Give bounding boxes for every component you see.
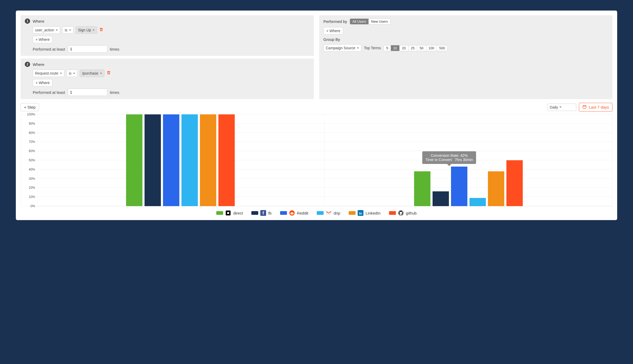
top-terms-500[interactable]: 500 [437, 45, 447, 51]
top-terms-50[interactable]: 50 [417, 45, 426, 51]
performed-count-input[interactable] [68, 45, 107, 53]
bar-Reddit[interactable] [163, 114, 179, 206]
add-where-button[interactable]: + Where [323, 27, 343, 35]
facebook-icon: f [260, 210, 266, 216]
svg-text:in: in [359, 211, 362, 215]
y-tick: 90% [29, 122, 35, 125]
bar-fb[interactable] [145, 114, 161, 206]
svg-text:f: f [262, 211, 264, 215]
add-step-button[interactable]: + Step [21, 103, 39, 111]
direct-icon [225, 210, 231, 216]
bar-drip[interactable] [181, 114, 198, 206]
field-dropdown[interactable]: user_action [33, 26, 60, 34]
trash-icon[interactable] [107, 71, 111, 76]
chevron-down-icon [559, 106, 562, 108]
legend-label: direct [233, 211, 243, 215]
performed-count-input[interactable] [68, 89, 107, 96]
chart-legend: directffbRedditdripinLinkedIngithub [21, 206, 612, 217]
group-by-dropdown[interactable]: Campaign Source [323, 44, 361, 52]
filters-row: 1 Where user_action is Sign Up + Where P… [21, 15, 612, 99]
segment-new-users[interactable]: New Users [369, 19, 390, 24]
calendar-icon [582, 105, 587, 110]
bar-drip[interactable] [469, 198, 486, 206]
group-by-label: Group By [323, 37, 340, 42]
top-terms-10[interactable]: 10 [391, 45, 400, 51]
top-terms-20[interactable]: 20 [400, 45, 408, 51]
performed-suffix: times [110, 47, 119, 51]
bar-LinkedIn[interactable] [200, 114, 216, 206]
step-number-1: 1 [25, 18, 30, 24]
segment-all-users[interactable]: All Users [350, 19, 369, 24]
trash-icon[interactable] [99, 27, 103, 33]
linkedin-icon: in [358, 210, 363, 216]
step-block-2: 2 Where Request.route is /purchase + Whe… [21, 59, 314, 99]
legend-swatch [317, 211, 324, 215]
bar-direct[interactable] [126, 114, 142, 206]
reddit-icon [289, 210, 295, 216]
top-terms-100[interactable]: 100 [426, 45, 437, 51]
chart-toolbar: + Step Daily Last 7 days [21, 103, 612, 111]
chevron-down-icon [60, 73, 62, 74]
github-icon [398, 210, 404, 216]
step-bars-2: Conversion Rate: 42%Time to Convert: 7hr… [324, 114, 612, 206]
chevron-down-icon [93, 30, 95, 31]
operator-dropdown[interactable]: is [66, 70, 78, 77]
svg-point-7 [291, 213, 291, 213]
performed-prefix: Performed at least [33, 90, 65, 95]
legend-swatch [216, 211, 223, 215]
y-tick: 60% [29, 149, 35, 153]
chevron-down-icon [69, 30, 71, 31]
chart-tooltip: Conversion Rate: 42%Time to Convert: 7hr… [422, 151, 476, 164]
date-range-button[interactable]: Last 7 days [579, 103, 612, 111]
groupby-block: Performed by All Users New Users + Where… [319, 15, 612, 99]
step-bars-1 [37, 114, 324, 206]
value-dropdown[interactable]: Sign Up [76, 26, 97, 34]
legend-fb[interactable]: ffb [251, 210, 272, 216]
top-terms-label: Top Terms [364, 46, 381, 50]
y-tick: 50% [29, 158, 35, 162]
where-label: Where [33, 62, 44, 67]
legend-drip[interactable]: drip [317, 210, 340, 216]
bar-github[interactable] [506, 160, 523, 206]
y-tick: 20% [29, 186, 35, 190]
top-terms-5[interactable]: 5 [384, 45, 391, 51]
legend-direct[interactable]: direct [216, 210, 243, 216]
gmail-icon [326, 210, 332, 216]
performed-suffix: times [110, 90, 119, 95]
add-where-button[interactable]: + Where [33, 36, 52, 43]
add-where-button[interactable]: + Where [33, 79, 52, 86]
legend-Reddit[interactable]: Reddit [280, 210, 308, 216]
operator-dropdown[interactable]: is [62, 26, 73, 34]
y-tick: 0% [31, 204, 35, 208]
legend-LinkedIn[interactable]: inLinkedIn [349, 210, 381, 216]
y-tick: 100% [27, 113, 35, 116]
analytics-card: 1 Where user_action is Sign Up + Where P… [16, 11, 617, 220]
legend-swatch [389, 211, 396, 215]
step-number-2: 2 [25, 62, 30, 67]
legend-label: fb [268, 211, 272, 215]
user-segment-group: All Users New Users [350, 18, 391, 25]
interval-dropdown[interactable]: Daily [547, 104, 576, 111]
performed-by-label: Performed by [323, 19, 347, 24]
funnel-chart: 0%10%20%30%40%50%60%70%80%90%100% Conver… [21, 114, 612, 206]
chevron-down-icon [100, 73, 102, 74]
top-terms-25[interactable]: 25 [409, 45, 417, 51]
step-block-1: 1 Where user_action is Sign Up + Where P… [21, 15, 314, 56]
field-dropdown[interactable]: Request.route [33, 70, 64, 77]
y-tick: 80% [29, 131, 35, 135]
legend-swatch [349, 211, 356, 215]
legend-label: github [406, 211, 417, 215]
svg-rect-2 [227, 212, 229, 214]
legend-swatch [251, 211, 258, 215]
bar-direct[interactable] [414, 171, 430, 206]
bar-LinkedIn[interactable] [488, 171, 504, 206]
bar-fb[interactable] [433, 191, 449, 206]
chevron-down-icon [73, 73, 75, 74]
y-axis: 0%10%20%30%40%50%60%70%80%90%100% [21, 114, 37, 206]
bar-Reddit[interactable] [451, 167, 467, 206]
svg-point-8 [292, 213, 293, 213]
y-tick: 40% [29, 168, 35, 171]
legend-github[interactable]: github [389, 210, 417, 216]
bar-github[interactable] [218, 114, 235, 206]
value-dropdown[interactable]: /purchase [80, 70, 104, 77]
